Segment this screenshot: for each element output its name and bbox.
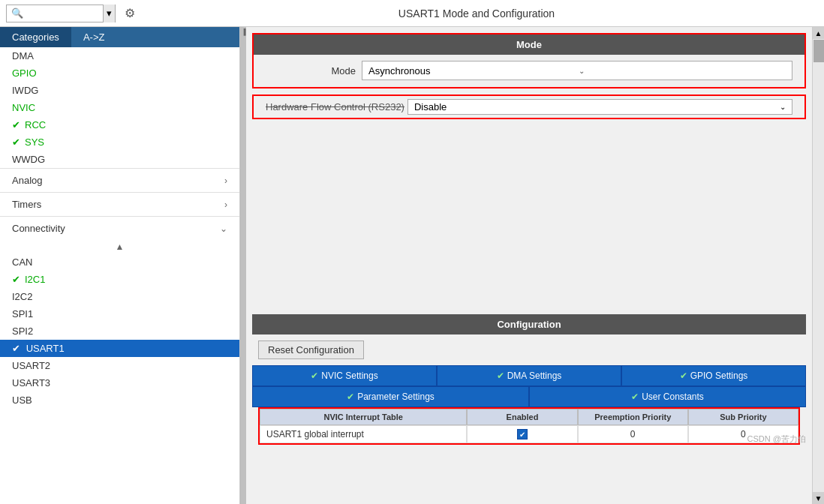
table-header-enabled: Enabled	[467, 409, 577, 425]
gear-icon[interactable]: ⚙	[125, 6, 135, 20]
nvic-table: NVIC Interrupt Table Enabled Preemption …	[258, 407, 800, 445]
page-title: USART1 Mode and Configuration	[135, 8, 818, 20]
timers-expand-icon: ›	[224, 200, 227, 210]
content-area: Mode Mode Asynchronous ⌄ Hardware Flow C…	[246, 27, 812, 504]
scroll-up-button[interactable]: ▲	[813, 27, 825, 39]
mode-section-header: Mode	[254, 34, 804, 55]
gpio-tab-check-icon: ✔	[680, 370, 687, 381]
main-area: Categories A->Z DMA GPIO IWDG NVIC	[0, 27, 824, 504]
config-tabs-row1: ✔ NVIC Settings ✔ DMA Settings ✔ GPIO Se…	[252, 365, 806, 386]
scroll-thumb	[813, 40, 824, 62]
dma-tab-check-icon: ✔	[497, 370, 504, 381]
search-dropdown-button[interactable]: ▾	[103, 4, 115, 22]
sidebar-item-i2c1[interactable]: ✔ I2C1	[0, 271, 239, 288]
user-tab-check-icon: ✔	[631, 392, 639, 402]
sidebar: Categories A->Z DMA GPIO IWDG NVIC	[0, 27, 240, 504]
mode-value: Asynchronous	[368, 65, 579, 76]
mode-select[interactable]: Asynchronous ⌄	[362, 61, 792, 80]
sidebar-item-usart2[interactable]: USART2	[0, 357, 239, 374]
content-spacer	[246, 119, 812, 314]
table-cell-name: USART1 global interrupt	[260, 425, 467, 443]
up-arrow-icon[interactable]: ▲	[116, 242, 125, 252]
sidebar-item-usart3[interactable]: USART3	[0, 374, 239, 392]
sidebar-item-usart1[interactable]: ✔ USART1	[0, 340, 239, 357]
param-tab-check-icon: ✔	[347, 392, 354, 402]
table-cell-enabled[interactable]: ✔	[467, 425, 577, 443]
sys-checkmark: ✔	[12, 136, 20, 148]
sidebar-item-spi2[interactable]: SPI2	[0, 322, 239, 340]
sidebar-item-usb[interactable]: USB	[0, 392, 239, 409]
search-box[interactable]: 🔍 ▾	[6, 4, 116, 22]
table-cell-preemption: 0	[578, 425, 688, 443]
hw-flow-row: Hardware Flow Control (RS232) Disable ⌄	[252, 94, 806, 119]
sidebar-item-can[interactable]: CAN	[0, 254, 239, 271]
hw-flow-select[interactable]: Disable ⌄	[407, 99, 792, 115]
scrollbar-thumb: ▐	[242, 28, 246, 35]
table-row: USART1 global interrupt ✔ 0 0	[260, 425, 798, 443]
scroll-track	[813, 39, 825, 492]
hw-flow-dropdown-icon: ⌄	[780, 103, 786, 111]
top-bar: 🔍 ▾ ⚙ USART1 Mode and Configuration	[0, 0, 824, 27]
mode-section: Mode Mode Asynchronous ⌄	[252, 33, 806, 88]
tab-nvic-settings[interactable]: ✔ NVIC Settings	[252, 365, 437, 386]
tab-categories[interactable]: Categories	[0, 27, 71, 47]
tab-parameter-settings[interactable]: ✔ Parameter Settings	[252, 386, 529, 407]
config-section-header: Configuration	[252, 314, 806, 334]
category-timers[interactable]: Timers ›	[0, 192, 239, 216]
table-header-name: NVIC Interrupt Table	[260, 409, 467, 425]
sidebar-item-i2c2[interactable]: I2C2	[0, 288, 239, 305]
mode-dropdown-icon: ⌄	[579, 67, 789, 75]
watermark: CSDN @苦力伯	[747, 434, 806, 445]
system-section: DMA GPIO IWDG NVIC ✔ RCC ✔ SYS	[0, 47, 239, 168]
i2c1-checkmark: ✔	[12, 274, 20, 285]
checkbox-check-icon: ✔	[519, 430, 525, 439]
sidebar-item-sys[interactable]: ✔ SYS	[0, 134, 239, 151]
sidebar-item-gpio[interactable]: GPIO	[0, 64, 239, 82]
right-scrollbar[interactable]: ▲ ▼	[812, 27, 824, 504]
analog-expand-icon: ›	[224, 176, 227, 186]
tab-a-z[interactable]: A->Z	[71, 27, 117, 47]
scroll-down-button[interactable]: ▼	[813, 492, 825, 504]
reset-config-button[interactable]: Reset Configuration	[258, 340, 364, 359]
search-input[interactable]	[28, 8, 103, 19]
sidebar-item-dma[interactable]: DMA	[0, 47, 239, 64]
category-analog[interactable]: Analog ›	[0, 168, 239, 192]
nvic-tab-check-icon: ✔	[311, 370, 318, 381]
rcc-checkmark: ✔	[12, 119, 20, 130]
sidebar-scrollbar[interactable]: ▐	[240, 27, 246, 504]
sidebar-item-spi1[interactable]: SPI1	[0, 305, 239, 322]
table-header-preemption: Preemption Priority	[578, 409, 688, 425]
sidebar-item-rcc[interactable]: ✔ RCC	[0, 116, 239, 134]
sidebar-scroll-area: ▲	[0, 240, 239, 254]
enabled-checkbox[interactable]: ✔	[517, 429, 528, 440]
hw-flow-value: Disable	[414, 101, 447, 112]
config-tabs-row2: ✔ Parameter Settings ✔ User Constants	[252, 386, 806, 407]
connectivity-section: CAN ✔ I2C1 I2C2 SPI1 SPI2 ✔ USART1	[0, 254, 239, 409]
table-header-sub: Sub Priority	[688, 409, 798, 425]
category-connectivity[interactable]: Connectivity ⌄	[0, 216, 239, 240]
usart1-checkmark: ✔	[12, 343, 20, 354]
sidebar-item-wwdg[interactable]: WWDG	[0, 151, 239, 168]
hw-flow-label: Hardware Flow Control (RS232)	[266, 101, 404, 112]
sidebar-item-nvic[interactable]: NVIC	[0, 99, 239, 116]
tab-gpio-settings[interactable]: ✔ GPIO Settings	[621, 365, 806, 386]
tab-dma-settings[interactable]: ✔ DMA Settings	[437, 365, 621, 386]
mode-label: Mode	[266, 65, 356, 76]
config-section: Configuration Reset Configuration ✔ NVIC…	[252, 314, 806, 445]
table-header-row: NVIC Interrupt Table Enabled Preemption …	[260, 409, 798, 425]
sidebar-tabs: Categories A->Z	[0, 27, 239, 47]
search-icon: 🔍	[7, 8, 28, 19]
tab-user-constants[interactable]: ✔ User Constants	[529, 386, 806, 407]
content-wrapper: Mode Mode Asynchronous ⌄ Hardware Flow C…	[246, 27, 812, 451]
sidebar-item-iwdg[interactable]: IWDG	[0, 82, 239, 99]
connectivity-expand-icon: ⌄	[220, 224, 227, 234]
mode-row: Mode Asynchronous ⌄	[254, 55, 804, 87]
